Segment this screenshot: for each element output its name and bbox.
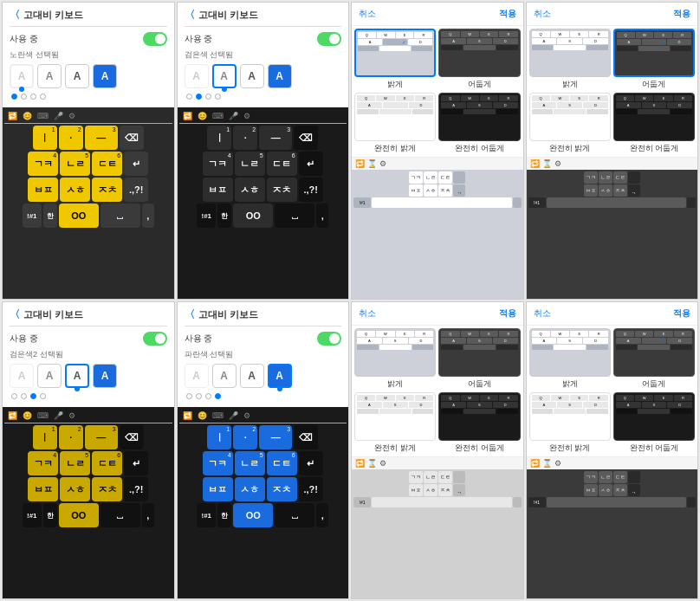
key-gk-6[interactable]: ㄱㅋ4 xyxy=(203,451,233,475)
key-enter-5[interactable]: ↵ xyxy=(124,451,148,475)
swatch-gray-6[interactable]: A xyxy=(212,364,237,388)
back-button-1[interactable]: 〈 xyxy=(10,8,20,23)
key-jc-5[interactable]: ㅈㅊ xyxy=(92,477,122,501)
key-jc-1[interactable]: ㅈㅊ xyxy=(92,178,122,202)
key-punct-2[interactable]: .,?! xyxy=(299,178,323,202)
dot-5-3[interactable] xyxy=(30,393,36,399)
swatch-dark-2[interactable]: A xyxy=(240,64,264,88)
dot-1-2[interactable] xyxy=(21,94,27,100)
dot-1-3[interactable] xyxy=(30,94,36,100)
key-dash-6[interactable]: —3 xyxy=(259,425,292,449)
dot-5-4[interactable] xyxy=(40,393,46,399)
key-punct-1[interactable]: .,?! xyxy=(124,178,148,202)
key-enter-6[interactable]: ↵ xyxy=(299,451,323,475)
dot-6-4[interactable] xyxy=(215,393,221,399)
key-dot-2[interactable]: ·2 xyxy=(233,126,257,150)
key-i-6[interactable]: ㅣ1 xyxy=(207,425,231,449)
key-comma-5[interactable]: , xyxy=(142,503,154,527)
key-punct-5[interactable]: .,?! xyxy=(124,477,148,501)
key-gk-2[interactable]: ㄱㅋ4 xyxy=(203,152,233,176)
cp-apply-4[interactable]: 적용 xyxy=(673,8,690,20)
key-dot-5[interactable]: ·2 xyxy=(59,425,83,449)
swatch-dark-6[interactable]: A xyxy=(240,364,264,388)
cp-apply-7[interactable]: 적용 xyxy=(499,307,516,320)
swatch-white-5[interactable]: A xyxy=(10,364,34,388)
swatch-gray-5[interactable]: A xyxy=(37,364,62,388)
key-sg-2[interactable]: ㅅㅎ xyxy=(235,178,265,202)
key-space-5[interactable]: ⎵ xyxy=(100,503,140,527)
dot-6-3[interactable] xyxy=(205,393,211,399)
key-ce-6[interactable]: ㄷㅌ6 xyxy=(267,451,297,475)
key-bp-5[interactable]: ㅂㅍ xyxy=(28,477,58,501)
key-i-5[interactable]: ㅣ1 xyxy=(33,425,57,449)
key-ce-5[interactable]: ㄷㅌ6 xyxy=(92,451,122,475)
key-dash-5[interactable]: —3 xyxy=(85,425,118,449)
key-del-2[interactable]: ⌫ xyxy=(294,126,318,150)
key-han-2[interactable]: 한 xyxy=(217,204,231,228)
key-num-2[interactable]: !#1 xyxy=(197,204,216,228)
dot-2-2[interactable] xyxy=(196,94,202,100)
cp-cancel-8[interactable]: 취소 xyxy=(534,307,551,320)
key-comma-1[interactable]: , xyxy=(142,204,154,228)
key-del-5[interactable]: ⌫ xyxy=(120,425,144,449)
key-bp-6[interactable]: ㅂㅍ xyxy=(203,477,233,501)
cp-apply-3[interactable]: 적용 xyxy=(499,8,516,20)
toggle-1[interactable] xyxy=(143,32,167,46)
key-space-2[interactable]: ⎵ xyxy=(275,204,314,228)
key-oo-2[interactable]: OO xyxy=(233,204,273,228)
key-han-5[interactable]: 한 xyxy=(43,503,57,527)
swatch-dark-1[interactable]: A xyxy=(65,64,89,88)
dot-6-2[interactable] xyxy=(196,393,202,399)
key-space-6[interactable]: ⎵ xyxy=(275,503,314,527)
key-jc-6[interactable]: ㅈㅊ xyxy=(267,477,297,501)
dot-2-1[interactable] xyxy=(186,94,192,100)
swatch-white-2[interactable]: A xyxy=(185,64,209,88)
toggle-6[interactable] xyxy=(317,332,341,346)
key-del-1[interactable]: ⌫ xyxy=(120,126,144,150)
swatch-white-6[interactable]: A xyxy=(185,364,209,388)
key-nl-5[interactable]: ㄴㄹ5 xyxy=(60,451,90,475)
cp-cancel-7[interactable]: 취소 xyxy=(359,307,376,320)
key-gk-5[interactable]: ㄱㅋ4 xyxy=(28,451,58,475)
key-enter-2[interactable]: ↵ xyxy=(299,152,323,176)
swatch-gray-2[interactable]: A xyxy=(212,64,237,88)
key-space-1[interactable]: ⎵ xyxy=(100,204,140,228)
key-jc-2[interactable]: ㅈㅊ xyxy=(267,178,297,202)
dot-6-1[interactable] xyxy=(186,393,192,399)
swatch-blue-1[interactable]: A xyxy=(93,64,117,88)
back-button-2[interactable]: 〈 xyxy=(185,8,195,23)
key-i-2[interactable]: ㅣ1 xyxy=(207,126,231,150)
key-dash-1[interactable]: —3 xyxy=(85,126,118,150)
cp-apply-8[interactable]: 적용 xyxy=(673,307,690,320)
dot-1-4[interactable] xyxy=(40,94,46,100)
key-oo-6[interactable]: OO xyxy=(233,503,273,527)
key-nl-6[interactable]: ㄴㄹ5 xyxy=(235,451,265,475)
key-dash-2[interactable]: —3 xyxy=(259,126,292,150)
key-han-6[interactable]: 한 xyxy=(217,503,231,527)
key-gk-1[interactable]: ㄱㅋ4 xyxy=(28,152,58,176)
key-num-5[interactable]: !#1 xyxy=(23,503,42,527)
key-nl-2[interactable]: ㄴㄹ5 xyxy=(235,152,265,176)
toggle-5[interactable] xyxy=(143,332,167,346)
key-dot-1[interactable]: ·2 xyxy=(59,126,83,150)
key-del-6[interactable]: ⌫ xyxy=(294,425,318,449)
back-button-6[interactable]: 〈 xyxy=(185,307,195,322)
key-bp-1[interactable]: ㅂㅍ xyxy=(28,178,58,202)
key-oo-1[interactable]: OO xyxy=(59,204,99,228)
dot-5-2[interactable] xyxy=(21,393,27,399)
key-han-1[interactable]: 한 xyxy=(43,204,57,228)
key-sg-5[interactable]: ㅅㅎ xyxy=(60,477,90,501)
key-ce-1[interactable]: ㄷㅌ6 xyxy=(92,152,122,176)
swatch-dark-5[interactable]: A xyxy=(65,364,89,388)
dot-1-1[interactable] xyxy=(11,94,17,100)
key-nl-1[interactable]: ㄴㄹ5 xyxy=(60,152,90,176)
key-sg-6[interactable]: ㅅㅎ xyxy=(235,477,265,501)
key-sg-1[interactable]: ㅅㅎ xyxy=(60,178,90,202)
key-enter-1[interactable]: ↵ xyxy=(124,152,148,176)
dot-5-1[interactable] xyxy=(11,393,17,399)
key-bp-2[interactable]: ㅂㅍ xyxy=(203,178,233,202)
cp-cancel-3[interactable]: 취소 xyxy=(359,8,376,20)
cp-cancel-4[interactable]: 취소 xyxy=(534,8,551,20)
dot-2-4[interactable] xyxy=(215,94,221,100)
swatch-white-1[interactable]: A xyxy=(10,64,34,88)
